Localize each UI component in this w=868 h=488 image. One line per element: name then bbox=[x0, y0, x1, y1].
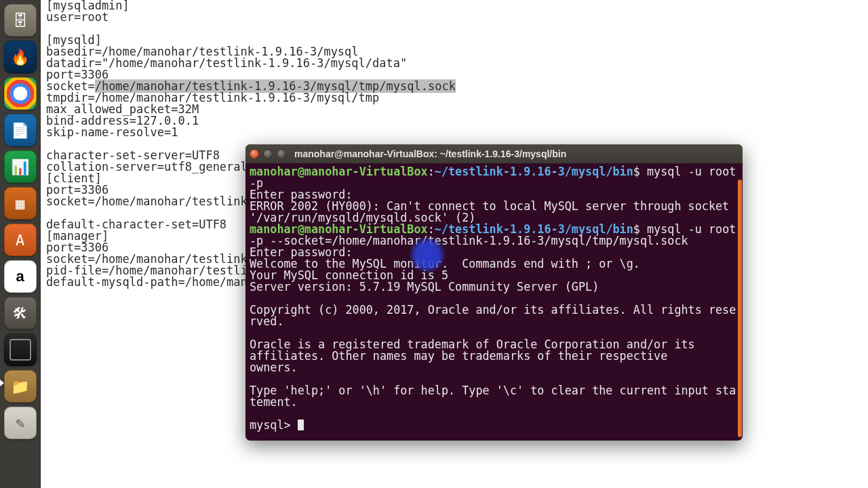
files-icon[interactable]: 🗄 bbox=[4, 4, 37, 37]
prompt-path: ~/testlink-1.9.16-3/mysql/bin bbox=[435, 165, 633, 178]
unity-launcher: 🗄 🔥 📄 📊 ▦ A a 🛠 📁 ✎ bbox=[0, 0, 41, 488]
settings-icon[interactable]: 🛠 bbox=[4, 297, 37, 329]
copyright-line: Copyright (c) 2000, 2017, Oracle and/or … bbox=[250, 303, 736, 328]
terminal-launcher-icon[interactable] bbox=[4, 333, 37, 366]
amazon-icon[interactable]: a bbox=[4, 260, 37, 293]
trademark-line: Oracle is a registered trademark of Orac… bbox=[250, 338, 695, 374]
libreoffice-writer-icon[interactable]: 📄 bbox=[4, 114, 37, 146]
terminal-scrollbar[interactable] bbox=[738, 180, 742, 437]
terminal-titlebar[interactable]: manohar@manohar-VirtualBox: ~/testlink-1… bbox=[245, 144, 743, 163]
prompt-user: manohar@manohar-VirtualBox bbox=[250, 165, 428, 178]
server-version: Server version: 5.7.19 MySQL Community S… bbox=[250, 280, 599, 293]
terminal-body[interactable]: manohar@manohar-VirtualBox:~/testlink-1.… bbox=[245, 163, 743, 441]
terminal-cursor bbox=[298, 420, 304, 430]
firefox-icon[interactable]: 🔥 bbox=[4, 41, 37, 73]
text-editor-icon[interactable]: ✎ bbox=[4, 407, 37, 439]
window-close-button[interactable] bbox=[250, 149, 259, 159]
ubuntu-software-icon[interactable]: A bbox=[4, 224, 37, 256]
libreoffice-impress-icon[interactable]: ▦ bbox=[4, 187, 37, 220]
help-line: Type 'help;' or '\h' for help. Type '\c'… bbox=[250, 384, 736, 409]
window-maximize-button[interactable] bbox=[277, 149, 286, 159]
libreoffice-calc-icon[interactable]: 📊 bbox=[4, 150, 37, 183]
chrome-icon[interactable] bbox=[4, 77, 37, 110]
folder-icon[interactable]: 📁 bbox=[4, 370, 37, 403]
terminal-window[interactable]: manohar@manohar-VirtualBox: ~/testlink-1… bbox=[245, 144, 743, 441]
terminal-title: manohar@manohar-VirtualBox: ~/testlink-1… bbox=[294, 148, 566, 159]
active-indicator-icon bbox=[0, 380, 4, 386]
mysql-prompt: mysql> bbox=[250, 418, 298, 432]
mysql-error: ERROR 2002 (HY000): Can't connect to loc… bbox=[250, 199, 736, 224]
window-minimize-button[interactable] bbox=[263, 149, 273, 159]
